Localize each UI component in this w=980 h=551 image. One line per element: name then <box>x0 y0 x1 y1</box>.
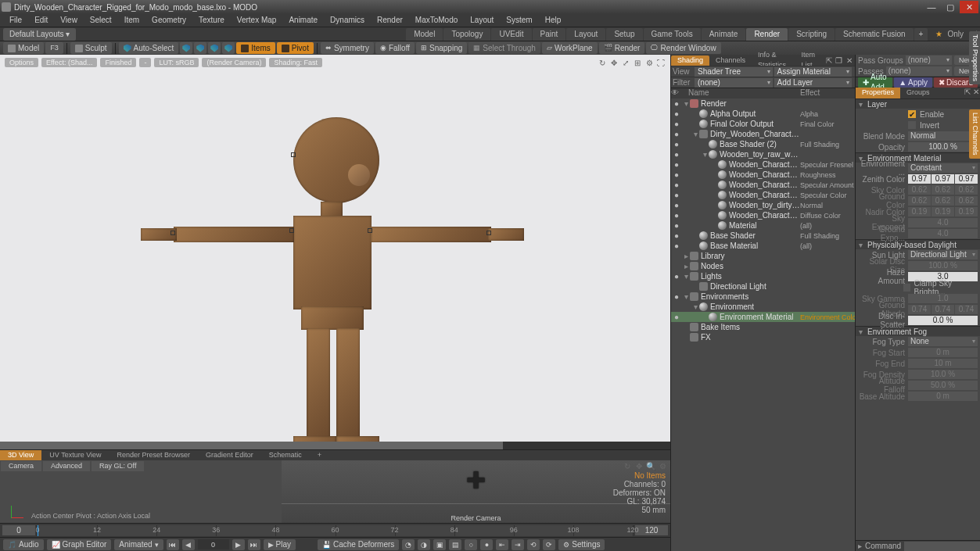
shader-tab-channels[interactable]: Channels <box>709 55 752 66</box>
lower-tab-2[interactable]: Render Preset Browser <box>109 450 199 460</box>
blendmode-dropdown[interactable]: Normal <box>908 131 978 141</box>
lower-tab-1[interactable]: UV Texture View <box>41 450 109 460</box>
menu-select[interactable]: Select <box>84 14 118 27</box>
tree-row[interactable]: ●Base ShaderFull Shading <box>671 231 855 241</box>
tab-game-tools[interactable]: Game Tools <box>644 28 701 41</box>
add-tab-button[interactable]: + <box>914 28 928 41</box>
pb-icon-9[interactable]: ⟲ <box>527 539 540 550</box>
prop-tab-groups[interactable]: Groups <box>900 88 936 98</box>
view-dropdown[interactable]: Shader Tree <box>695 67 773 77</box>
apply-button[interactable]: ▲ Apply <box>894 77 932 88</box>
tree-row[interactable]: ●Wooden_toy_dirty_bu ...Normal <box>671 200 855 210</box>
tab-uvedit[interactable]: UVEdit <box>491 28 531 41</box>
ground-exponent-field[interactable]: 4.0 <box>908 229 978 238</box>
tree-row[interactable]: ●Wooden_Character_Dir...Specular Color <box>671 190 855 200</box>
viewport-tag-2[interactable]: Finished <box>100 58 136 67</box>
play-button[interactable]: ▶ Play <box>264 539 296 550</box>
items-button[interactable]: Items <box>236 42 275 54</box>
pb-icon-7[interactable]: ⇤ <box>496 539 508 550</box>
pb-icon-2[interactable]: ◑ <box>418 539 430 550</box>
tree-row[interactable]: ●▾Wooden_toy_raw_wood (... <box>671 149 855 159</box>
sunlight-dropdown[interactable]: Directional Light <box>908 250 978 259</box>
step-fwd-button[interactable]: ▶ <box>232 539 245 550</box>
render-camera-thumbnail[interactable]: ✚ Render Camera <box>282 460 670 523</box>
menu-layout[interactable]: Layout <box>464 14 500 27</box>
env-type-dropdown[interactable]: Constant <box>908 163 978 173</box>
tree-row[interactable]: Directional Light <box>671 281 855 292</box>
shield-icon-2[interactable] <box>194 42 206 54</box>
tab-render[interactable]: Render <box>746 28 788 41</box>
tree-row[interactable]: ●Wooden_Character_Dir...Specular Amount <box>671 180 855 190</box>
shader-panel-icon-1[interactable]: ❐ <box>835 56 843 65</box>
shield-icon-3[interactable] <box>208 42 221 54</box>
menu-system[interactable]: System <box>500 14 538 27</box>
command-input[interactable] <box>904 542 980 551</box>
opacity-field[interactable]: 100.0 % <box>908 142 978 152</box>
camera-dropdown[interactable]: Camera <box>1 461 41 471</box>
tree-row[interactable]: ●▾Render <box>671 98 855 109</box>
prop-panel-icon-0[interactable]: ⇱ <box>963 88 971 96</box>
pb-icon-6[interactable]: ● <box>480 539 493 550</box>
prop-tab-properties[interactable]: Properties <box>856 88 900 98</box>
list-channels-vertical-tab[interactable]: List Channels <box>969 109 980 159</box>
lower-settings-icon[interactable]: ⚙ <box>658 461 667 470</box>
tree-row[interactable]: ●Environment MaterialEnvironment Color ▾ <box>671 312 855 322</box>
render-button[interactable]: 🎬 Render <box>599 42 645 54</box>
tree-row[interactable]: ▸Nodes <box>671 261 855 271</box>
tab-schematic-fusion[interactable]: Schematic Fusion <box>835 28 913 41</box>
ground-albedo-field[interactable]: 0.740.740.74 <box>908 305 978 314</box>
tree-row[interactable]: ●Wooden_Character_Dir...Diffuse Color <box>671 210 855 220</box>
timeline-end-field[interactable]: 120 <box>635 525 668 535</box>
render-window-button[interactable]: 🖵 Render Window <box>646 42 720 54</box>
tree-row[interactable]: ▾Environment <box>671 302 855 312</box>
tree-row[interactable]: ▸Library <box>671 251 855 261</box>
pb-icon-5[interactable]: ○ <box>465 539 477 550</box>
falloff-button[interactable]: ◉ Falloff <box>375 42 415 54</box>
add-layer-dropdown[interactable]: Add Layer <box>774 78 853 88</box>
timeline[interactable]: 0 01224364860728496108120 120 <box>0 523 670 537</box>
cache-deformers-button[interactable]: 💾 Cache Deformers <box>318 539 399 550</box>
sky-color-field[interactable]: 0.620.620.62 <box>908 185 978 195</box>
lower-tab-4[interactable]: Schematic <box>261 450 310 460</box>
sky-gamma-field[interactable]: 1.0 <box>908 294 978 303</box>
fog-density-field[interactable]: 10.0 % <box>908 370 978 379</box>
snapping-button[interactable]: ⊞ Snapping <box>416 42 467 54</box>
shader-tab-shading[interactable]: Shading <box>671 55 709 66</box>
select-through-button[interactable]: ▦ Select Through <box>468 42 540 54</box>
pb-icon-10[interactable]: ⟳ <box>543 539 555 550</box>
viewport-icon-5[interactable]: ⛶ <box>656 58 666 67</box>
tree-row[interactable]: ●Wooden_Character_Dir...Specular Fresnel <box>671 159 855 170</box>
shield-icon-1[interactable] <box>180 42 192 54</box>
shader-panel-icon-2[interactable]: ✕ <box>845 56 853 65</box>
lower-tab-5[interactable]: + <box>310 450 329 460</box>
menu-render[interactable]: Render <box>371 14 409 27</box>
tab-scripting[interactable]: Scripting <box>788 28 835 41</box>
viewport-scrollbar[interactable] <box>0 442 670 449</box>
f3-button[interactable]: F3 <box>45 42 63 54</box>
tree-row[interactable]: ●▾Dirty_Wooden_Character_R... <box>671 129 855 139</box>
tree-row[interactable]: ●Final Color OutputFinal Color <box>671 119 855 129</box>
base-altitude-field[interactable]: 0 m <box>908 392 978 401</box>
tree-row[interactable]: ●▾Environments <box>671 292 855 302</box>
pb-icon-8[interactable]: ⇥ <box>512 539 524 550</box>
tab-animate[interactable]: Animate <box>702 28 746 41</box>
prop-panel-icon-1[interactable]: ✕ <box>971 88 980 96</box>
workplane-button[interactable]: ▱ WorkPlane <box>542 42 598 54</box>
passes-dropdown[interactable]: (none) <box>886 66 952 76</box>
viewport-icon-4[interactable]: ⚙ <box>644 58 654 67</box>
lower-zoom-icon[interactable]: 🔍 <box>646 461 655 470</box>
menu-edit[interactable]: Edit <box>28 14 54 27</box>
autoselect-button[interactable]: Auto-Select <box>119 42 179 54</box>
passgroups-dropdown[interactable]: (none) <box>906 55 952 65</box>
menu-texture[interactable]: Texture <box>192 14 231 27</box>
raygl-toggle[interactable]: Ray GL: Off <box>92 461 144 471</box>
lower-orbit-icon[interactable]: ↻ <box>623 461 632 470</box>
fog-end-field[interactable]: 10 m <box>908 359 978 368</box>
zenith-color-field[interactable]: 0.970.970.97 <box>908 174 978 184</box>
tree-row[interactable]: ●Base Shader (2)Full Shading <box>671 139 855 149</box>
mode-model-button[interactable]: Model <box>3 42 44 54</box>
menu-dynamics[interactable]: Dynamics <box>324 14 371 27</box>
menu-view[interactable]: View <box>54 14 84 27</box>
menu-vertex-map[interactable]: Vertex Map <box>231 14 283 27</box>
viewport-tag-3[interactable]: - <box>139 58 151 67</box>
